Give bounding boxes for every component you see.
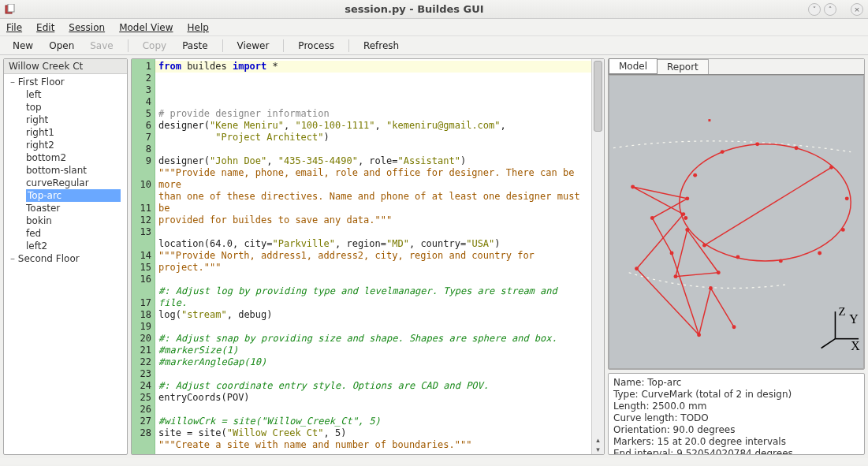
tool-new[interactable]: New	[6, 39, 39, 53]
svg-point-25	[779, 259, 783, 263]
code-editor[interactable]: 123456789.10.111213.141516.1718192021222…	[131, 58, 605, 455]
info-panel: Name: Top-arc Type: CurveMark (total of …	[608, 373, 865, 455]
tree-item[interactable]: right2	[4, 139, 127, 151]
axis-y-label: Y	[849, 312, 858, 326]
info-end-interval: End interval: 9.52054020784 degrees	[613, 448, 859, 455]
toolbar-sep	[348, 39, 349, 52]
svg-rect-1	[8, 4, 14, 12]
maximize-button[interactable]: ˄	[824, 3, 836, 16]
svg-line-3	[705, 167, 832, 245]
scroll-up-icon[interactable]: ▴	[592, 435, 604, 445]
info-length: Length: 2500.0 mm	[613, 401, 859, 412]
svg-point-6	[631, 185, 635, 189]
svg-point-23	[841, 228, 845, 232]
toolbar: New Open Save Copy Paste Viewer Process …	[0, 36, 868, 55]
titlebar: session.py - Buildes GUI ˅ ˄ ×	[0, 0, 868, 19]
menu-help[interactable]: Help	[187, 22, 208, 33]
tab-report[interactable]: Report	[657, 59, 709, 74]
tool-open[interactable]: Open	[43, 39, 80, 53]
svg-point-20	[795, 146, 799, 150]
tree-item[interactable]: left	[4, 88, 127, 101]
code-area[interactable]: from buildes import * # provide designer…	[155, 59, 591, 454]
svg-point-12	[709, 286, 713, 290]
svg-point-17	[693, 173, 697, 177]
toolbar-sep	[222, 39, 223, 52]
model-viewport[interactable]: Y X Z	[609, 75, 864, 369]
menu-file[interactable]: File	[6, 22, 22, 33]
svg-point-22	[845, 196, 849, 200]
tree-item[interactable]: Toaster	[4, 202, 127, 214]
tab-model[interactable]: Model	[609, 58, 658, 74]
svg-point-2	[680, 144, 851, 261]
svg-point-14	[673, 274, 677, 278]
tree-body: First Floorlefttoprightright1right2botto…	[4, 74, 127, 267]
svg-point-11	[697, 333, 701, 337]
tree-item[interactable]: right	[4, 114, 127, 126]
right-tabs: Model Report	[609, 59, 864, 75]
svg-point-5	[681, 212, 685, 216]
menu-session[interactable]: Session	[69, 22, 105, 33]
svg-point-15	[717, 270, 721, 274]
info-type: Type: CurveMark (total of 2 in design)	[613, 389, 859, 401]
info-markers: Markers: 15 at 20.0 degree intervals	[613, 436, 859, 448]
scrollbar-thumb[interactable]	[594, 61, 602, 132]
svg-point-18	[721, 150, 725, 154]
tool-paste[interactable]: Paste	[176, 39, 214, 53]
svg-point-7	[650, 216, 654, 220]
svg-point-21	[829, 166, 833, 170]
app-icon	[5, 4, 16, 15]
svg-point-8	[685, 196, 689, 200]
toolbar-sep	[128, 39, 129, 52]
model-panel: Model Report	[608, 58, 865, 370]
svg-point-13	[732, 325, 736, 329]
line-gutter: 123456789.10.111213.141516.1718192021222…	[132, 59, 155, 454]
tree-item[interactable]: bottom2	[4, 151, 127, 164]
close-button[interactable]: ×	[851, 3, 863, 16]
tree-item[interactable]: Second Floor	[4, 252, 127, 265]
svg-point-27	[702, 244, 706, 248]
svg-point-26	[736, 255, 740, 259]
tree-item[interactable]: Top-arc	[4, 189, 127, 202]
tool-process[interactable]: Process	[292, 39, 341, 53]
svg-line-31	[821, 339, 836, 349]
tree-item[interactable]: left2	[4, 240, 127, 252]
toolbar-sep	[283, 39, 284, 52]
axis-x-label: X	[851, 339, 860, 352]
scroll-down-icon[interactable]: ▾	[592, 445, 604, 454]
tool-refresh[interactable]: Refresh	[357, 39, 405, 53]
info-orientation: Orientation: 90.0 degrees	[613, 424, 859, 436]
minimize-button[interactable]: ˅	[808, 3, 821, 16]
menu-model-view[interactable]: Model View	[119, 22, 173, 33]
svg-point-19	[755, 142, 759, 146]
window-title: session.py - Buildes GUI	[20, 3, 808, 15]
info-curve-length: Curve length: TODO	[613, 412, 859, 424]
statusbar	[0, 458, 868, 464]
svg-point-10	[635, 267, 639, 270]
tree-item[interactable]: fed	[4, 227, 127, 240]
tree-panel: Willow Creek Ct First Floorlefttoprightr…	[3, 58, 128, 455]
axis-z-label: Z	[838, 305, 845, 318]
tree-item[interactable]: First Floor	[4, 76, 127, 88]
editor-scrollbar[interactable]: ▴ ▾	[591, 59, 604, 454]
tree-header[interactable]: Willow Creek Ct	[4, 59, 127, 74]
svg-point-9	[670, 252, 674, 255]
svg-point-16	[685, 228, 689, 232]
menubar: File Edit Session Model View Help	[0, 19, 868, 36]
svg-rect-4	[708, 119, 710, 121]
tree-item[interactable]: top	[4, 101, 127, 114]
svg-point-24	[818, 252, 821, 255]
tree-item[interactable]: right1	[4, 126, 127, 139]
tool-copy[interactable]: Copy	[136, 39, 173, 53]
tree-item[interactable]: bokin	[4, 214, 127, 227]
info-name: Name: Top-arc	[613, 377, 859, 389]
menu-edit[interactable]: Edit	[36, 22, 54, 33]
tree-item[interactable]: bottom-slant	[4, 164, 127, 177]
tool-save[interactable]: Save	[84, 39, 119, 53]
tree-item[interactable]: curveRegular	[4, 177, 127, 189]
svg-point-28	[684, 216, 687, 220]
tool-viewer[interactable]: Viewer	[231, 39, 276, 53]
